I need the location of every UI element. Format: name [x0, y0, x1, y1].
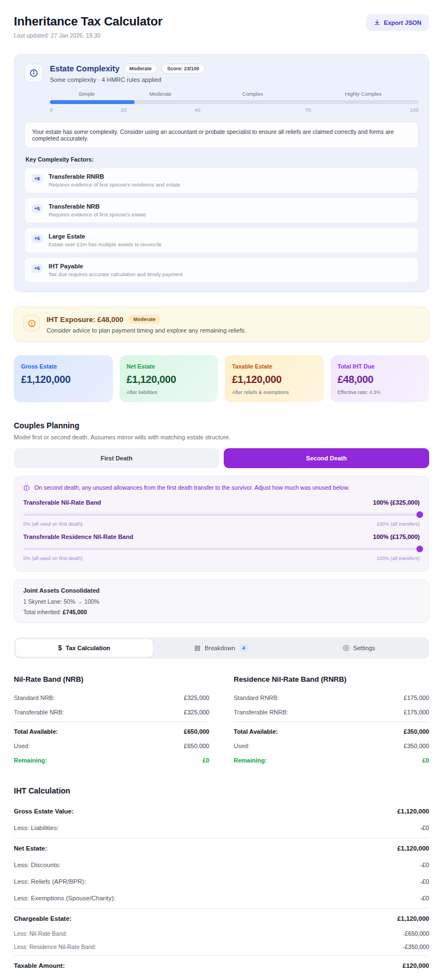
slider-max-label: 100% (all transfers) — [377, 556, 420, 561]
calc-value: -£0 — [420, 862, 429, 868]
nrb-table: Nil-Rate Band (NRB) Standard NRB:£325,00… — [14, 675, 209, 768]
inheritance-tax-calculator-page: Inheritance Tax Calculator Last updated:… — [0, 0, 443, 980]
rnrb-title: Residence Nil-Rate Band (RNRB) — [234, 675, 429, 683]
alert-icon-box — [23, 315, 40, 331]
scale-tick-70: 70 — [305, 107, 311, 113]
transfer-note: On second death, any unused allowances f… — [34, 484, 349, 491]
info-icon-box — [24, 64, 43, 82]
tab-settings[interactable]: Settings — [290, 639, 427, 657]
alert-circle-icon — [28, 319, 36, 328]
card-caption: After liabilities — [127, 390, 212, 395]
slider-thumb[interactable] — [416, 546, 423, 552]
row-value: £175,000 — [404, 709, 429, 715]
card-label: Taxable Estate — [232, 363, 317, 370]
slider-label: Transferable Nil-Rate Band — [23, 499, 101, 506]
card-caption — [21, 390, 106, 395]
card-value: £48,000 — [338, 374, 423, 386]
calc-label: Gross Estate Value: — [14, 808, 74, 815]
first-death-button[interactable]: First Death — [14, 448, 219, 468]
trnrb-slider[interactable] — [23, 546, 420, 552]
death-toggle: First Death Second Death — [14, 448, 429, 468]
factor-description: Requires evidence of first spouse's resi… — [49, 182, 181, 188]
total-iht-due-card: Total IHT Due £48,000 Effective rate: 4.… — [331, 355, 430, 402]
factor-points-badge: +5 — [32, 264, 43, 273]
card-value: £1,120,000 — [21, 374, 106, 386]
scale-tick-20: 20 — [121, 107, 127, 113]
row-value: £325,000 — [184, 709, 209, 715]
calc-value: -£0 — [420, 895, 429, 901]
page-header: Inheritance Tax Calculator Last updated:… — [14, 14, 429, 39]
calc-label: Less: Exemptions (Spouse/Charity): — [14, 895, 115, 901]
slider-label: Transferable Residence Nil-Rate Band — [23, 533, 133, 540]
estate-complexity-card: Estate Complexity Moderate Score: 23/100… — [14, 54, 429, 292]
row-value: £650,000 — [184, 743, 209, 749]
band-tables: Nil-Rate Band (NRB) Standard NRB:£325,00… — [14, 675, 429, 768]
tab-breakdown[interactable]: Breakdown 4 — [153, 639, 290, 657]
row-value: £0 — [423, 757, 429, 764]
second-death-button[interactable]: Second Death — [224, 448, 429, 468]
iht-calculation-section: IHT Calculation Gross Estate Value:£1,12… — [14, 786, 429, 980]
header-text: Inheritance Tax Calculator Last updated:… — [14, 14, 162, 39]
calc-value: £1,120,000 — [397, 845, 429, 852]
breakdown-count-badge: 4 — [239, 644, 249, 652]
grid-icon — [194, 645, 200, 651]
slider-value: 100% (£325,000) — [373, 499, 420, 506]
joint-assets-total-label: Total inherited: — [23, 609, 63, 615]
calc-label: Net Estate: — [14, 845, 47, 852]
factor-points-badge: +5 — [32, 234, 43, 243]
complexity-advice: Your estate has some complexity. Conside… — [24, 122, 419, 148]
info-icon — [29, 69, 38, 77]
summary-cards: Gross Estate £1,120,000 Net Estate £1,12… — [14, 355, 429, 402]
iht-calculation-title: IHT Calculation — [14, 786, 429, 795]
slider-max-label: 100% (all transfers) — [377, 521, 420, 527]
complexity-factor-row: +5 Large Estate Estate over £1m has mult… — [24, 227, 419, 253]
row-label: Remaining: — [14, 757, 47, 764]
download-icon — [374, 19, 380, 26]
last-updated: Last updated: 27 Jan 2026, 19:30 — [14, 32, 162, 39]
calc-value: -£650,000 — [403, 930, 429, 937]
card-value: £1,120,000 — [232, 374, 317, 386]
transfer-allowances-panel: On second death, any unused allowances f… — [14, 476, 429, 572]
row-value: £650,000 — [184, 728, 209, 735]
calc-value: -£0 — [420, 878, 429, 885]
gear-icon — [343, 645, 349, 651]
row-label: Remaining: — [234, 757, 267, 764]
joint-assets-title: Joint Assets Consolidated — [23, 587, 420, 594]
row-label: Total Available: — [234, 728, 278, 735]
factor-title: Large Estate — [49, 233, 162, 240]
slider-thumb[interactable] — [416, 511, 423, 518]
main-tabs: $ Tax Calculation Breakdown 4 Settings — [14, 637, 429, 658]
couples-planning-subtitle: Model first or second death. Assumes mir… — [14, 434, 429, 440]
calc-label: Less: Discounts: — [14, 862, 60, 868]
joint-assets-line: 1 Skynet Lane: 50% → 100% — [23, 598, 420, 605]
calc-label: Chargeable Estate: — [14, 915, 71, 922]
card-caption: Effective rate: 4.3% — [338, 390, 423, 395]
complexity-factors-label: Key Complexity Factors: — [25, 156, 419, 163]
complexity-title: Estate Complexity — [50, 64, 120, 73]
tab-tax-calculation[interactable]: $ Tax Calculation — [16, 639, 153, 657]
complexity-score-badge: Score: 23/100 — [162, 64, 205, 74]
card-value: £1,120,000 — [127, 374, 212, 386]
calc-label: Less: Nil-Rate Band: — [14, 930, 67, 937]
couples-planning-title: Couples Planning — [14, 421, 429, 430]
complexity-progress-track — [50, 100, 419, 104]
tab-label: Settings — [353, 645, 375, 651]
calc-label: Less: Residence Nil-Rate Band: — [14, 943, 96, 950]
slider-min-label: 0% (all used on first death) — [23, 556, 83, 561]
rnrb-table: Residence Nil-Rate Band (RNRB) Standard … — [234, 675, 429, 768]
calc-label: Taxable Amount: — [14, 962, 65, 969]
exposure-subtitle: Consider advice to plan payment timing a… — [47, 327, 246, 334]
row-label: Transferable NRB: — [14, 709, 64, 715]
calc-value: £1,120,000 — [397, 915, 429, 922]
tab-label: Tax Calculation — [66, 645, 110, 651]
export-json-button[interactable]: Export JSON — [366, 14, 429, 31]
factor-title: Transferable RNRB — [49, 173, 181, 180]
row-label: Total Available: — [14, 728, 58, 735]
complexity-level-badge: Moderate — [124, 64, 157, 74]
row-label: Standard NRB: — [14, 694, 55, 701]
scale-tick-40: 40 — [194, 107, 200, 113]
tab-label: Breakdown — [204, 645, 235, 651]
calc-label: Less: Reliefs (APR/BPR): — [14, 878, 86, 885]
trnrb-slider-row: Transferable Residence Nil-Rate Band 100… — [23, 533, 420, 561]
tnrb-slider[interactable] — [23, 511, 420, 518]
